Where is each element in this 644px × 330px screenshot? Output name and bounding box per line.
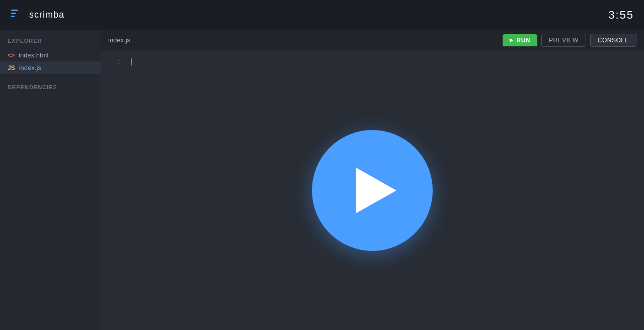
toolbar-buttons: RUN PREVIEW CONSOLE: [503, 34, 636, 47]
sidebar-item-index-js[interactable]: JS index.js: [0, 61, 101, 74]
svg-rect-0: [11, 10, 18, 11]
line-numbers: 1: [101, 50, 126, 73]
editor-area: index.js RUN PREVIEW CONSOLE 1: [101, 30, 644, 330]
file-name-index-html: index.html: [19, 51, 48, 59]
timer: 3:55: [608, 9, 634, 22]
play-triangle-icon: [356, 168, 396, 213]
sidebar: EXPLORER <> index.html JS index.js DEPEN…: [0, 30, 101, 330]
text-cursor: [131, 58, 132, 65]
main-layout: EXPLORER <> index.html JS index.js DEPEN…: [0, 30, 644, 330]
js-file-icon: JS: [8, 64, 15, 72]
code-editor[interactable]: 1: [101, 50, 644, 330]
scrimba-logo-icon: [10, 7, 24, 24]
sidebar-item-index-html[interactable]: <> index.html: [0, 49, 101, 61]
run-button[interactable]: RUN: [503, 34, 537, 46]
editor-toolbar: index.js RUN PREVIEW CONSOLE: [101, 30, 644, 50]
file-tab-name: index.js: [108, 36, 130, 44]
console-button[interactable]: CONSOLE: [590, 34, 636, 47]
explorer-label: EXPLORER: [0, 38, 101, 49]
run-play-icon: [510, 38, 513, 42]
logo-text: scrimba: [29, 10, 64, 20]
svg-rect-1: [11, 13, 16, 14]
svg-rect-2: [11, 16, 15, 17]
file-name-index-js: index.js: [19, 64, 41, 72]
html-file-icon: <>: [8, 52, 15, 59]
run-label: RUN: [516, 37, 530, 44]
logo-area: scrimba: [10, 7, 64, 24]
play-button[interactable]: [312, 130, 433, 251]
dependencies-label: DEPENDENCIES: [0, 74, 101, 95]
file-tab: index.js: [108, 36, 130, 44]
preview-button[interactable]: PREVIEW: [541, 34, 586, 47]
header: scrimba 3:55: [0, 0, 644, 30]
line-number-1: 1: [106, 58, 121, 65]
